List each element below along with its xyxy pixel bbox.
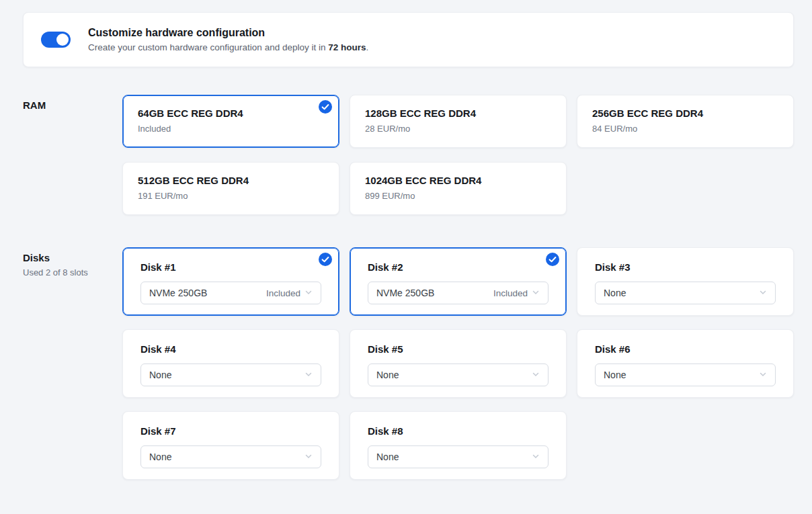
disk-title: Disk #2 bbox=[368, 261, 549, 273]
disk-select-value: None bbox=[604, 370, 626, 380]
ram-option-256gb[interactable]: 256GB ECC REG DDR4 84 EUR/mo bbox=[577, 95, 794, 148]
selected-check-icon bbox=[319, 100, 332, 114]
disk-card-2: Disk #2 NVMe 250GB Included bbox=[350, 247, 567, 316]
ram-option-price: 84 EUR/mo bbox=[592, 124, 778, 134]
chevron-down-icon bbox=[759, 287, 767, 299]
disk-select-right: Included bbox=[493, 287, 540, 299]
disks-label: Disks bbox=[23, 252, 122, 263]
disk-title: Disk #7 bbox=[140, 425, 321, 437]
disk-card-1: Disk #1 NVMe 250GB Included bbox=[122, 247, 339, 316]
disk-title: Disk #6 bbox=[595, 343, 776, 355]
disk-select-value: NVMe 250GB bbox=[376, 288, 434, 298]
disk-select-value: None bbox=[376, 452, 399, 462]
disk-select-4[interactable]: None bbox=[140, 363, 321, 386]
disk-slots-grid: Disk #1 NVMe 250GB Included Disk #2 NVMe… bbox=[122, 247, 794, 480]
ram-options-grid: 64GB ECC REG DDR4 Included 128GB ECC REG… bbox=[122, 95, 794, 215]
disk-card-3: Disk #3 None bbox=[577, 247, 794, 316]
disk-select-price: Included bbox=[493, 288, 528, 298]
disk-select-right bbox=[755, 287, 767, 299]
ram-option-name: 128GB ECC REG DDR4 bbox=[365, 106, 551, 119]
disk-select-7[interactable]: None bbox=[140, 445, 321, 468]
ram-option-512gb[interactable]: 512GB ECC REG DDR4 191 EUR/mo bbox=[122, 162, 339, 215]
ram-option-price: 28 EUR/mo bbox=[365, 124, 551, 134]
disks-slots-note: Used 2 of 8 slots bbox=[23, 267, 122, 277]
chevron-down-icon bbox=[304, 369, 313, 381]
disk-card-5: Disk #5 None bbox=[350, 329, 567, 398]
selected-check-icon bbox=[319, 253, 332, 266]
disk-card-8: Disk #8 None bbox=[350, 411, 567, 480]
disk-select-8[interactable]: None bbox=[368, 445, 549, 468]
disk-title: Disk #8 bbox=[368, 425, 549, 437]
ram-option-price: 899 EUR/mo bbox=[365, 191, 551, 201]
chevron-down-icon bbox=[532, 369, 540, 381]
disk-select-1[interactable]: NVMe 250GB Included bbox=[140, 282, 321, 304]
customize-title: Customize hardware configuration bbox=[88, 27, 368, 39]
ram-option-price: 191 EUR/mo bbox=[138, 191, 324, 201]
disk-select-right bbox=[755, 369, 767, 381]
disk-title: Disk #3 bbox=[595, 261, 776, 273]
selected-check-icon bbox=[546, 253, 559, 266]
customize-card: Customize hardware configuration Create … bbox=[23, 12, 794, 67]
ram-option-name: 1024GB ECC REG DDR4 bbox=[365, 173, 551, 186]
chevron-down-icon bbox=[532, 287, 540, 299]
disk-title: Disk #1 bbox=[140, 261, 321, 273]
ram-option-price: Included bbox=[138, 124, 324, 134]
disk-select-value: None bbox=[149, 452, 171, 462]
ram-option-128gb[interactable]: 128GB ECC REG DDR4 28 EUR/mo bbox=[350, 95, 567, 148]
ram-option-name: 512GB ECC REG DDR4 bbox=[138, 173, 324, 186]
disk-select-right bbox=[300, 369, 313, 381]
disk-select-right bbox=[528, 451, 540, 463]
ram-section-label: RAM bbox=[23, 95, 122, 111]
disk-card-4: Disk #4 None bbox=[122, 329, 339, 398]
disk-select-value: None bbox=[376, 370, 399, 380]
customize-description-bold: 72 hours bbox=[328, 42, 366, 52]
customize-text: Customize hardware configuration Create … bbox=[88, 27, 368, 52]
ram-option-1024gb[interactable]: 1024GB ECC REG DDR4 899 EUR/mo bbox=[350, 162, 567, 215]
chevron-down-icon bbox=[759, 369, 767, 381]
ram-section: RAM 64GB ECC REG DDR4 Included 128GB ECC… bbox=[23, 95, 794, 215]
ram-label: RAM bbox=[23, 99, 122, 111]
customize-description-prefix: Create your custom hardware configuratio… bbox=[88, 42, 328, 52]
hardware-config-page: Customize hardware configuration Create … bbox=[0, 0, 812, 480]
disk-select-3[interactable]: None bbox=[595, 282, 776, 304]
ram-option-64gb[interactable]: 64GB ECC REG DDR4 Included bbox=[122, 95, 339, 148]
disk-select-6[interactable]: None bbox=[595, 363, 776, 386]
toggle-knob bbox=[56, 34, 69, 46]
disks-section: Disks Used 2 of 8 slots Disk #1 NVMe 250… bbox=[23, 247, 794, 480]
customize-description-suffix: . bbox=[366, 42, 368, 52]
disk-select-value: None bbox=[149, 370, 171, 380]
customize-toggle[interactable] bbox=[41, 32, 71, 48]
disk-card-7: Disk #7 None bbox=[122, 411, 339, 480]
disk-select-right: Included bbox=[266, 287, 313, 299]
disk-select-price: Included bbox=[266, 288, 300, 298]
disk-select-value: NVMe 250GB bbox=[149, 288, 207, 298]
customize-description: Create your custom hardware configuratio… bbox=[88, 42, 368, 52]
chevron-down-icon bbox=[304, 451, 313, 463]
chevron-down-icon bbox=[304, 287, 313, 299]
disk-card-6: Disk #6 None bbox=[577, 329, 794, 398]
disk-select-value: None bbox=[604, 288, 626, 298]
ram-option-name: 256GB ECC REG DDR4 bbox=[592, 106, 778, 119]
chevron-down-icon bbox=[532, 451, 540, 463]
disk-select-5[interactable]: None bbox=[368, 363, 549, 386]
disk-title: Disk #5 bbox=[368, 343, 549, 355]
disk-select-right bbox=[300, 451, 313, 463]
disk-select-2[interactable]: NVMe 250GB Included bbox=[368, 282, 549, 304]
disk-select-right bbox=[528, 369, 540, 381]
disk-title: Disk #4 bbox=[140, 343, 321, 355]
disks-section-label: Disks Used 2 of 8 slots bbox=[23, 247, 122, 277]
ram-option-name: 64GB ECC REG DDR4 bbox=[138, 106, 324, 119]
